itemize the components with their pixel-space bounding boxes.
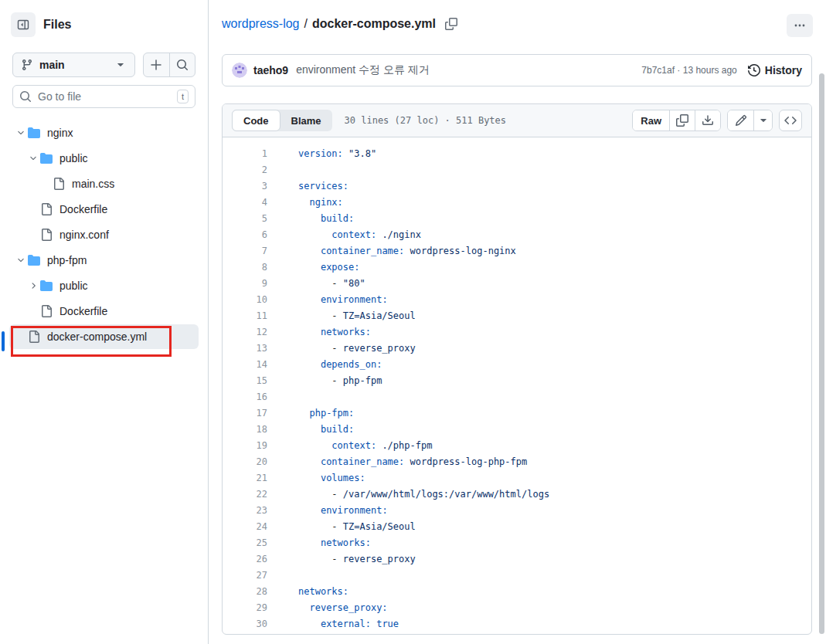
commit-message[interactable]: environment 수정 오류 제거	[296, 63, 430, 77]
line-number[interactable]: 2	[223, 164, 267, 175]
line-number[interactable]: 18	[223, 424, 267, 435]
line-content: expose:	[298, 262, 359, 273]
latest-commit-bar: taeho9 environment 수정 오류 제거 7b7c1af · 13…	[222, 54, 812, 86]
code-line: 29 reverse_proxy:	[223, 599, 811, 615]
new-file-button[interactable]	[144, 53, 170, 76]
line-content: volumes:	[298, 473, 365, 483]
line-number[interactable]: 1	[223, 148, 267, 159]
line-number[interactable]: 24	[223, 521, 267, 532]
more-options-button[interactable]	[787, 14, 813, 37]
line-number[interactable]: 7	[223, 246, 267, 256]
shortcut-key-badge: t	[177, 90, 189, 103]
line-number[interactable]: 19	[223, 440, 267, 451]
edit-dropdown-button[interactable]	[753, 110, 772, 130]
go-to-file-placeholder: Go to file	[38, 90, 171, 103]
code-line: 23 environment:	[223, 502, 811, 518]
line-number[interactable]: 6	[223, 229, 267, 240]
line-number[interactable]: 15	[223, 375, 267, 386]
line-number[interactable]: 10	[223, 294, 267, 305]
raw-button[interactable]: Raw	[633, 110, 669, 130]
line-number[interactable]: 28	[223, 586, 267, 597]
line-number[interactable]: 5	[223, 213, 267, 224]
line-number[interactable]: 4	[223, 197, 267, 208]
symbols-panel-button[interactable]	[779, 110, 802, 131]
branch-selector[interactable]: main	[12, 53, 135, 77]
file-icon	[28, 330, 40, 343]
commit-author-avatar[interactable]	[232, 63, 247, 78]
caret-down-icon	[114, 59, 127, 71]
go-to-file-input[interactable]: Go to file t	[12, 85, 195, 108]
sidebar-collapse-icon	[17, 19, 29, 31]
line-number[interactable]: 22	[223, 489, 267, 500]
copy-path-button[interactable]	[445, 18, 457, 30]
tree-item-nginx[interactable]: nginx	[9, 120, 199, 145]
tree-item-docker-compose.yml[interactable]: docker-compose.yml	[9, 324, 199, 349]
line-content: - reverse_proxy	[298, 343, 416, 354]
tree-item-label: public	[59, 280, 88, 292]
line-number[interactable]: 17	[223, 408, 267, 419]
copy-icon	[676, 114, 688, 127]
line-number[interactable]: 27	[223, 570, 267, 581]
line-number[interactable]: 12	[223, 327, 267, 337]
history-button[interactable]: History	[748, 64, 802, 76]
line-content: networks:	[298, 586, 348, 597]
commit-author-name[interactable]: taeho9	[253, 64, 288, 76]
code-line: 6 context: ./nginx	[223, 226, 811, 242]
line-number[interactable]: 23	[223, 505, 267, 516]
line-content: - TZ=Asia/Seoul	[298, 310, 416, 321]
line-content: container_name: wordpress-log-php-fpm	[298, 456, 527, 467]
line-content: reverse_proxy:	[298, 602, 388, 613]
commit-meta-separator: ·	[677, 65, 680, 76]
line-number[interactable]: 9	[223, 278, 267, 289]
breadcrumb-repo-link[interactable]: wordpress-log	[222, 17, 299, 31]
tree-item-main.css[interactable]: main.css	[9, 171, 199, 196]
folder-icon	[40, 280, 53, 292]
code-line: 26 - reverse_proxy	[223, 551, 811, 567]
code-line: 25 networks:	[223, 534, 811, 551]
tab-code[interactable]: Code	[232, 110, 280, 131]
tree-item-nginx.conf[interactable]: nginx.conf	[9, 222, 199, 247]
search-tree-button[interactable]	[170, 53, 195, 76]
line-number[interactable]: 14	[223, 359, 267, 370]
line-content: depends_on:	[298, 359, 382, 370]
tree-item-dockerfile[interactable]: Dockerfile	[9, 197, 199, 222]
chevron-down-icon[interactable]	[14, 128, 28, 137]
code-line: 30 external: true	[223, 615, 811, 632]
line-number[interactable]: 29	[223, 602, 267, 613]
collapse-sidebar-button[interactable]	[11, 12, 36, 37]
commit-hash[interactable]: 7b7c1af	[641, 65, 675, 76]
line-number[interactable]: 11	[223, 310, 267, 321]
line-number[interactable]: 3	[223, 181, 267, 192]
tab-blame[interactable]: Blame	[280, 110, 332, 131]
file-tree-sidebar: Files main	[0, 0, 209, 644]
line-number[interactable]: 13	[223, 343, 267, 354]
chevron-right-icon[interactable]	[26, 281, 40, 290]
line-number[interactable]: 26	[223, 554, 267, 564]
tree-item-public[interactable]: public	[9, 273, 199, 298]
file-icon	[40, 305, 53, 317]
download-button[interactable]	[695, 110, 720, 130]
edit-file-button[interactable]	[728, 110, 753, 130]
folder-icon	[28, 254, 40, 266]
commit-hash-time: 7b7c1af · 13 hours ago	[641, 65, 736, 76]
scrollbar-thumb[interactable]	[819, 73, 824, 634]
caret-down-icon	[757, 114, 770, 127]
line-content: - TZ=Asia/Seoul	[298, 521, 416, 532]
tree-item-label: nginx	[47, 127, 73, 139]
line-number[interactable]: 30	[223, 619, 267, 629]
sidebar-title: Files	[43, 18, 71, 32]
breadcrumb-file-name: docker-compose.yml	[312, 17, 436, 31]
line-number[interactable]: 25	[223, 537, 267, 548]
chevron-down-icon[interactable]	[26, 154, 40, 163]
tree-item-public[interactable]: public	[9, 146, 199, 171]
line-content: version: "3.8"	[298, 148, 376, 159]
tree-item-label: Dockerfile	[59, 305, 107, 317]
chevron-down-icon[interactable]	[14, 256, 28, 265]
line-number[interactable]: 21	[223, 473, 267, 483]
copy-file-button[interactable]	[669, 110, 695, 130]
line-number[interactable]: 20	[223, 456, 267, 467]
line-number[interactable]: 8	[223, 262, 267, 273]
line-number[interactable]: 16	[223, 391, 267, 402]
tree-item-php-fpm[interactable]: php-fpm	[9, 248, 199, 273]
tree-item-dockerfile[interactable]: Dockerfile	[9, 299, 199, 324]
